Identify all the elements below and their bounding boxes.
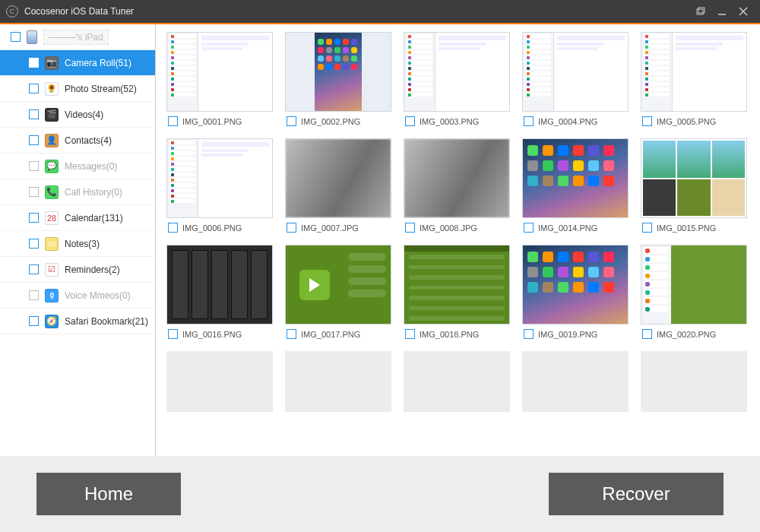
thumbnail-image[interactable] (166, 138, 273, 218)
category-label: Reminders(2) (65, 264, 120, 275)
thumbnail-image[interactable] (404, 138, 510, 218)
content-pane: IMG_0001.PNGIMG_0002.PNGIMG_0003.PNGIMG_… (156, 24, 760, 456)
restore-window-button[interactable] (690, 4, 711, 19)
notes-icon: ▭ (45, 237, 59, 251)
thumbnail-checkbox[interactable] (524, 329, 534, 339)
thumbnail-image[interactable] (641, 138, 747, 218)
sidebar-item-photo-stream[interactable]: 🌻Photo Stream(52) (0, 76, 155, 102)
thumbnail-grid[interactable]: IMG_0001.PNGIMG_0002.PNGIMG_0003.PNGIMG_… (156, 24, 760, 456)
thumbnail-filename: IMG_0003.PNG (420, 117, 479, 126)
safari-bookmark-icon: 🧭 (45, 315, 59, 328)
home-button-label: Home (84, 483, 133, 505)
thumbnail-item[interactable]: IMG_0016.PNG (166, 245, 273, 347)
thumbnail-checkbox[interactable] (168, 223, 178, 233)
category-checkbox[interactable] (29, 213, 39, 223)
thumbnail-checkbox[interactable] (642, 329, 652, 339)
category-checkbox[interactable] (29, 264, 39, 274)
titlebar: C Cocosenor iOS Data Tuner (0, 0, 760, 23)
thumbnail-item[interactable]: IMG_0008.JPG (404, 138, 510, 240)
thumbnail-item[interactable]: IMG_0002.PNG (285, 32, 391, 134)
sidebar-item-contacts[interactable]: 👤Contacts(4) (0, 128, 155, 154)
thumbnail-image[interactable] (641, 245, 747, 325)
sidebar-item-notes[interactable]: ▭Notes(3) (0, 231, 155, 257)
sidebar-item-camera-roll[interactable]: 📷Camera Roll(51) (0, 50, 155, 76)
thumbnail-checkbox[interactable] (642, 116, 652, 126)
thumbnail-item[interactable]: IMG_0015.PNG (641, 138, 747, 240)
thumbnail-image[interactable] (404, 32, 510, 112)
recover-button[interactable]: Recover (549, 473, 724, 515)
thumbnail-checkbox[interactable] (168, 329, 178, 339)
category-label: Calendar(131) (65, 213, 123, 223)
category-checkbox[interactable] (29, 109, 39, 119)
call-history-icon: 📞 (45, 185, 59, 199)
category-checkbox[interactable] (29, 84, 39, 93)
thumbnail-item[interactable]: IMG_0005.PNG (641, 32, 747, 134)
category-label: Safari Bookmark(21) (65, 316, 148, 327)
thumbnail-checkbox[interactable] (524, 223, 534, 233)
sidebar-item-safari-bookmark[interactable]: 🧭Safari Bookmark(21) (0, 309, 155, 334)
sidebar-item-call-history[interactable]: 📞Call History(0) (0, 179, 155, 205)
category-checkbox[interactable] (29, 161, 39, 171)
thumbnail-checkbox[interactable] (524, 116, 534, 126)
sidebar-item-voice-memos[interactable]: 🎙Voice Mmeos(0) (0, 283, 155, 309)
thumbnail-filename: IMG_0005.PNG (657, 117, 716, 126)
thumbnail-image[interactable] (522, 32, 629, 112)
device-row[interactable]: ———'s iPad (0, 24, 155, 50)
thumbnail-item[interactable]: IMG_0019.PNG (522, 245, 629, 347)
thumbnail-checkbox[interactable] (405, 329, 415, 339)
camera-roll-icon: 📷 (45, 56, 59, 70)
thumbnail-checkbox[interactable] (287, 223, 296, 233)
category-checkbox[interactable] (29, 135, 39, 145)
videos-icon: 🎬 (45, 108, 59, 122)
category-label: Photo Stream(52) (65, 84, 137, 94)
thumbnail-checkbox[interactable] (287, 329, 296, 339)
thumbnail-image[interactable] (522, 245, 629, 325)
thumbnail-item[interactable]: IMG_0006.PNG (166, 138, 273, 240)
thumbnail-placeholder (641, 351, 747, 412)
category-label: Voice Mmeos(0) (65, 290, 131, 301)
device-checkbox[interactable] (11, 32, 21, 42)
thumbnail-image[interactable] (285, 32, 391, 112)
category-checkbox[interactable] (29, 58, 39, 68)
device-label: ———'s iPad (43, 30, 109, 45)
sidebar-item-messages[interactable]: 💬Messages(0) (0, 154, 155, 179)
thumbnail-checkbox[interactable] (168, 116, 178, 126)
thumbnail-placeholder (285, 351, 391, 412)
thumbnail-checkbox[interactable] (405, 116, 415, 126)
thumbnail-checkbox[interactable] (405, 223, 415, 233)
sidebar-item-reminders[interactable]: ☑Reminders(2) (0, 257, 155, 283)
thumbnail-image[interactable] (641, 32, 747, 112)
thumbnail-item[interactable]: IMG_0003.PNG (404, 32, 510, 134)
thumbnail-image[interactable] (285, 245, 391, 325)
thumbnail-checkbox[interactable] (287, 116, 296, 126)
svg-rect-0 (697, 9, 703, 14)
thumbnail-item[interactable]: IMG_0018.PNG (404, 245, 510, 347)
home-button[interactable]: Home (36, 473, 181, 515)
reminders-icon: ☑ (45, 263, 59, 277)
category-checkbox[interactable] (29, 187, 39, 197)
thumbnail-item[interactable]: IMG_0014.PNG (522, 138, 629, 240)
minimize-button[interactable] (711, 4, 733, 19)
thumbnail-item[interactable]: IMG_0017.PNG (285, 245, 391, 347)
thumbnail-item[interactable]: IMG_0001.PNG (166, 32, 273, 134)
sidebar-item-videos[interactable]: 🎬Videos(4) (0, 102, 155, 128)
category-checkbox[interactable] (29, 239, 39, 249)
thumbnail-image[interactable] (166, 32, 273, 112)
thumbnail-image[interactable] (166, 245, 273, 325)
thumbnail-image[interactable] (522, 138, 629, 218)
close-button[interactable] (733, 4, 754, 19)
category-checkbox[interactable] (29, 290, 39, 300)
thumbnail-checkbox[interactable] (642, 223, 652, 233)
category-checkbox[interactable] (29, 316, 39, 326)
sidebar-item-calendar[interactable]: 28Calendar(131) (0, 205, 155, 231)
thumbnail-item[interactable]: IMG_0004.PNG (522, 32, 629, 134)
photo-stream-icon: 🌻 (45, 82, 59, 96)
thumbnail-item[interactable]: IMG_0007.JPG (285, 138, 391, 240)
thumbnail-item[interactable]: IMG_0020.PNG (641, 245, 747, 347)
thumbnail-placeholder (522, 351, 629, 412)
thumbnail-placeholder (404, 351, 510, 412)
thumbnail-image[interactable] (404, 245, 510, 325)
category-label: Videos(4) (65, 109, 103, 120)
thumbnail-filename: IMG_0014.PNG (538, 223, 597, 233)
thumbnail-image[interactable] (285, 138, 391, 218)
